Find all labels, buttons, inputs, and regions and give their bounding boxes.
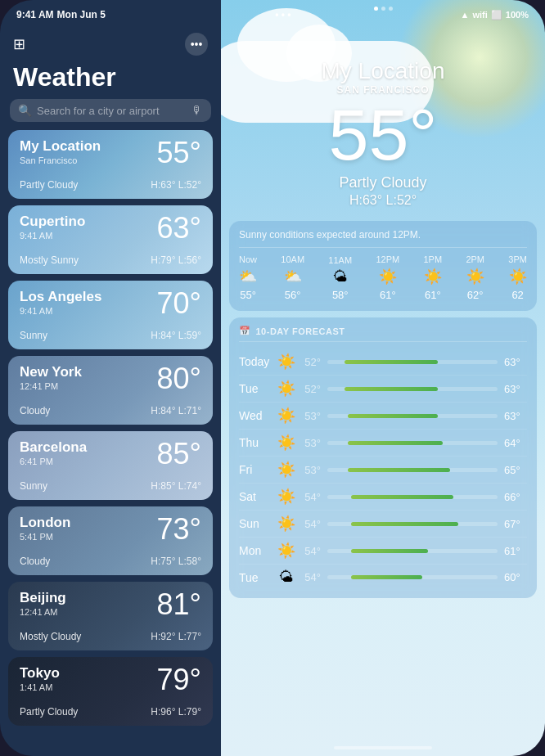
right-panel: My Location SAN FRANCISCO 55° Partly Clo… bbox=[221, 0, 545, 756]
city-hi-lo: H:79° L:56° bbox=[151, 254, 201, 266]
forecast-bar bbox=[348, 414, 438, 418]
city-time: San Francisco bbox=[20, 155, 101, 165]
city-card-bottom: Mostly Sunny H:79° L:56° bbox=[20, 254, 201, 266]
city-card-top: Beijing 12:41 AM 81° bbox=[20, 590, 201, 619]
hourly-row: Now ⛅ 55° 10AM ⛅ 56° 11AM 🌤 58° 12PM ☀️ … bbox=[239, 254, 527, 301]
forecast-icon: ☀️ bbox=[275, 353, 298, 371]
forecast-bar-container bbox=[327, 441, 498, 445]
main-location-info: My Location SAN FRANCISCO 55° Partly Clo… bbox=[221, 17, 545, 208]
main-temp: 55° bbox=[221, 99, 545, 171]
city-card-barcelona[interactable]: Barcelona 6:41 PM 85° Sunny H:85° L:74° bbox=[8, 431, 213, 500]
city-card-new-york[interactable]: New York 12:41 PM 80° Cloudy H:84° L:71° bbox=[8, 356, 213, 425]
hour-item-5: 2PM ☀️ 62° bbox=[466, 254, 484, 301]
city-name: Cupertino bbox=[20, 214, 85, 230]
hour-icon: ☀️ bbox=[379, 268, 397, 286]
forecast-bar bbox=[345, 387, 438, 391]
forecast-icon: 🌤 bbox=[275, 569, 298, 586]
forecast-hi: 66° bbox=[504, 491, 527, 503]
city-card-beijing[interactable]: Beijing 12:41 AM 81° Mostly Cloudy H:92°… bbox=[8, 582, 213, 650]
city-card-my-location[interactable]: My Location San Francisco 55° Partly Clo… bbox=[8, 130, 213, 199]
forecast-day: Thu bbox=[239, 436, 275, 449]
left-panel: ⊞ ••• Weather 🔍 🎙 My Location San Franci… bbox=[0, 0, 221, 756]
forecast-hi: 61° bbox=[504, 545, 527, 557]
hour-item-0: Now ⛅ 55° bbox=[239, 254, 257, 301]
forecast-bar-container bbox=[327, 468, 498, 472]
city-card-london[interactable]: London 5:41 PM 73° Cloudy H:75° L:58° bbox=[8, 506, 213, 575]
city-card-los-angeles[interactable]: Los Angeles 9:41 AM 70° Sunny H:84° L:59… bbox=[8, 281, 213, 349]
hourly-section: Sunny conditions expected around 12PM. N… bbox=[229, 221, 537, 311]
city-temp: 73° bbox=[157, 515, 201, 544]
city-time: 9:41 AM bbox=[20, 231, 85, 241]
forecast-section: 📅 10-DAY FORECAST Today ☀️ 52° 63° Tue ☀… bbox=[229, 317, 537, 598]
city-card-bottom: Cloudy H:84° L:71° bbox=[20, 405, 201, 416]
hour-label: 11AM bbox=[328, 255, 352, 265]
hour-item-6: 3PM ☀️ 62 bbox=[508, 254, 527, 301]
hour-icon: 🌤 bbox=[333, 268, 348, 286]
calendar-icon: 📅 bbox=[239, 326, 251, 336]
hour-icon: ☀️ bbox=[424, 268, 442, 286]
dots-icon: • • • bbox=[275, 9, 291, 20]
city-card-top: Tokyo 1:41 AM 79° bbox=[20, 665, 201, 695]
more-dots: ••• bbox=[191, 38, 203, 51]
cities-list: My Location San Francisco 55° Partly Clo… bbox=[0, 130, 221, 756]
forecast-hi: 63° bbox=[504, 356, 527, 368]
city-card-top: Los Angeles 9:41 AM 70° bbox=[20, 289, 201, 318]
forecast-row-8: Tue 🌤 54° 60° bbox=[239, 565, 527, 590]
city-card-bottom: Mostly Cloudy H:92° L:77° bbox=[20, 631, 201, 642]
forecast-row-6: Sun ☀️ 54° 67° bbox=[239, 511, 527, 538]
search-bar[interactable]: 🔍 🎙 bbox=[10, 99, 211, 122]
forecast-bar bbox=[345, 360, 438, 364]
hour-temp: 55° bbox=[240, 289, 256, 301]
battery-pct: 100% bbox=[506, 10, 529, 20]
forecast-row-7: Mon ☀️ 54° 61° bbox=[239, 538, 527, 565]
hour-temp: 62° bbox=[467, 289, 484, 301]
forecast-icon: ☀️ bbox=[275, 461, 298, 479]
city-name: Tokyo bbox=[20, 665, 60, 682]
hour-label: 12PM bbox=[376, 254, 399, 264]
status-time: 9:41 AM bbox=[16, 9, 54, 20]
battery-icon: ⬜ bbox=[491, 10, 502, 20]
forecast-row-2: Wed ☀️ 53° 63° bbox=[239, 403, 527, 430]
city-card-cupertino[interactable]: Cupertino 9:41 AM 63° Mostly Sunny H:79°… bbox=[8, 205, 213, 274]
forecast-bar-container bbox=[327, 387, 498, 391]
search-input[interactable] bbox=[37, 105, 187, 117]
hourly-condition-text: Sunny conditions expected around 12PM. bbox=[239, 229, 527, 248]
forecast-day: Tue bbox=[239, 571, 275, 584]
mic-icon[interactable]: 🎙 bbox=[191, 104, 203, 117]
forecast-hi: 65° bbox=[504, 464, 527, 476]
forecast-lo: 53° bbox=[298, 410, 321, 422]
forecast-day: Tue bbox=[239, 382, 275, 395]
city-name: My Location bbox=[20, 138, 101, 155]
forecast-bar-container bbox=[327, 495, 498, 499]
forecast-lo: 53° bbox=[298, 437, 321, 449]
main-hi-lo: H:63° L:52° bbox=[221, 193, 545, 208]
home-indicator bbox=[334, 746, 432, 749]
forecast-lo: 52° bbox=[298, 383, 321, 395]
city-condition: Partly Cloudy bbox=[20, 179, 78, 191]
city-hi-lo: H:63° L:52° bbox=[151, 179, 201, 191]
search-icon: 🔍 bbox=[18, 104, 32, 117]
city-temp: 85° bbox=[157, 439, 201, 469]
forecast-bar bbox=[351, 575, 422, 579]
city-name: Barcelona bbox=[20, 439, 87, 456]
hour-temp: 56° bbox=[285, 289, 301, 301]
forecast-hi: 67° bbox=[504, 518, 527, 530]
forecast-hi: 64° bbox=[504, 437, 527, 449]
hour-label: 2PM bbox=[466, 254, 484, 264]
forecast-hi: 63° bbox=[504, 383, 527, 395]
forecast-icon: ☀️ bbox=[275, 542, 298, 560]
sidebar-toggle-icon[interactable]: ⊞ bbox=[13, 35, 25, 53]
forecast-bar bbox=[348, 441, 443, 445]
city-time: 5:41 PM bbox=[20, 532, 70, 542]
forecast-bar-container bbox=[327, 522, 498, 526]
forecast-bar-container bbox=[327, 360, 498, 364]
main-city-name: My Location bbox=[221, 58, 545, 84]
more-button[interactable]: ••• bbox=[185, 33, 208, 56]
forecast-day: Today bbox=[239, 355, 275, 368]
forecast-bar bbox=[351, 522, 458, 526]
forecast-day: Fri bbox=[239, 463, 275, 476]
city-condition: Sunny bbox=[20, 480, 47, 492]
city-card-tokyo[interactable]: Tokyo 1:41 AM 79° Partly Cloudy H:96° L:… bbox=[8, 657, 213, 726]
city-card-top: Barcelona 6:41 PM 85° bbox=[20, 439, 201, 469]
city-condition: Sunny bbox=[20, 330, 47, 341]
